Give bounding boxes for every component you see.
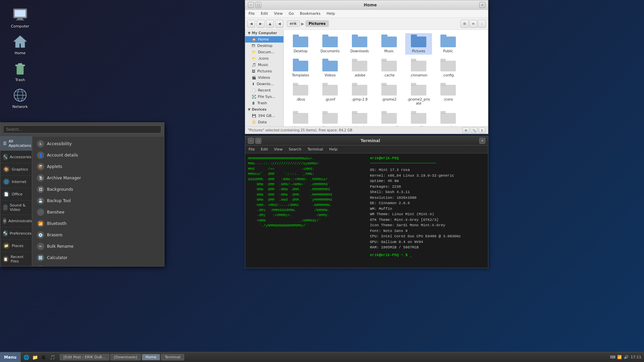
file-item[interactable]: .cache: [376, 57, 402, 79]
term-menu-terminal[interactable]: Terminal: [306, 146, 325, 152]
terminal-body[interactable]: MMMMMMMMMMMMMMMMMMMMMMMMMmds+. MMm----::…: [245, 154, 488, 268]
fm-menu-file[interactable]: File: [247, 11, 256, 16]
fm-view-list-button[interactable]: ≡: [469, 20, 477, 28]
taskbar-window-button[interactable]: [Edit Post ‹ ERIK DuB...: [60, 354, 109, 360]
menu-category-item[interactable]: ☰All Applications: [0, 136, 32, 151]
sidebar-item-home[interactable]: 🏠 Home: [245, 36, 283, 43]
sidebar-item-pictures[interactable]: 🖼 Pictures: [245, 68, 283, 74]
file-item[interactable]: Videos: [317, 57, 343, 79]
menu-app-item[interactable]: 🖼Backgrounds: [34, 184, 162, 195]
menu-app-item[interactable]: ♿Accessibility: [34, 138, 162, 149]
menu-category-item[interactable]: 🎨Graphics: [0, 163, 32, 176]
term-menu-file[interactable]: File: [247, 146, 256, 152]
menu-category-item[interactable]: 🔧Accessories: [0, 151, 32, 163]
file-item[interactable]: .lastpass: [287, 110, 314, 126]
tray-volume-icon[interactable]: 🔊: [624, 355, 629, 359]
fm-menu-go[interactable]: Go: [287, 11, 295, 16]
menu-app-item[interactable]: 💿Brasero: [34, 230, 162, 240]
taskbar-start-button[interactable]: Menu: [0, 352, 21, 362]
sidebar-item-downloads[interactable]: ⬇ Downlo...: [245, 81, 283, 87]
fm-minimize-button[interactable]: ─: [248, 2, 254, 8]
fm-location-erik[interactable]: erik: [287, 20, 300, 27]
fm-view-grid-button[interactable]: ⊞: [461, 20, 469, 28]
file-item[interactable]: .gnome2: [376, 81, 402, 107]
taskbar-window-button[interactable]: [Downloads]: [110, 354, 141, 360]
menu-category-item[interactable]: 🔩Preferences: [0, 227, 32, 240]
file-item[interactable]: Templates: [287, 57, 314, 79]
fm-back-button[interactable]: ◀: [247, 20, 255, 28]
file-item[interactable]: .cinnamon: [405, 57, 432, 79]
taskbar-quick-files[interactable]: 📁: [31, 353, 39, 361]
tray-network-icon[interactable]: 📶: [617, 355, 622, 359]
desktop-icon-home[interactable]: Home: [7, 34, 34, 55]
sidebar-item-icons[interactable]: 📁 .icons: [245, 55, 283, 62]
desktop-icon-trash[interactable]: Trash: [7, 60, 34, 82]
file-item[interactable]: .gimp-2.8: [346, 81, 373, 107]
desktop-icon-computer[interactable]: Computer: [7, 7, 34, 28]
menu-app-item[interactable]: 📶Bluetooth: [34, 218, 162, 229]
fm-zoom-button[interactable]: 🔍: [471, 127, 477, 133]
sidebar-item-filesystem[interactable]: 💽 File Sys...: [245, 94, 283, 100]
file-item[interactable]: .local: [346, 110, 373, 126]
file-item[interactable]: .icons: [435, 81, 462, 107]
fm-close-button[interactable]: ✕: [479, 2, 485, 8]
menu-app-item[interactable]: 💾Backup Tool: [34, 195, 162, 206]
sidebar-item-trash[interactable]: 🗑 Trash: [245, 100, 283, 106]
file-item[interactable]: Public: [435, 33, 462, 55]
menu-app-item[interactable]: 🗜Archive Manager: [34, 173, 162, 183]
menu-app-item[interactable]: 🔢Calculator: [34, 252, 162, 263]
term-menu-edit[interactable]: Edit: [259, 146, 269, 152]
file-item[interactable]: Music: [376, 33, 402, 55]
taskbar-quick-terminal[interactable]: 🖥: [40, 353, 48, 361]
fm-expand-button[interactable]: ◀: [275, 20, 283, 28]
sidebar-item-desktop[interactable]: 🗔 Desktop: [245, 43, 283, 49]
menu-category-item[interactable]: 🎵Sound & Video: [0, 200, 32, 215]
fm-forward-button[interactable]: ▶: [257, 20, 265, 28]
menu-search-input[interactable]: [3, 125, 161, 133]
sidebar-item-videos[interactable]: 🎬 Videos: [245, 74, 283, 81]
term-minimize-button[interactable]: ─: [248, 138, 254, 144]
menu-app-item[interactable]: 👤Account details: [34, 150, 162, 161]
fm-menu-help[interactable]: Help: [325, 11, 336, 16]
menu-app-item[interactable]: 📦Applets: [34, 161, 162, 172]
file-item[interactable]: .linuxmint: [317, 110, 343, 126]
menu-app-item[interactable]: 🎵Banshee: [34, 207, 162, 218]
sidebar-item-music[interactable]: 🎵 Music: [245, 62, 283, 68]
menu-category-item[interactable]: 📁Places: [0, 240, 32, 252]
menu-app-item[interactable]: ✏Bulk Rename: [34, 241, 162, 252]
file-item[interactable]: .openshot: [435, 110, 462, 126]
sidebar-item-data[interactable]: 📀 Data: [245, 119, 283, 125]
term-menu-help[interactable]: Help: [328, 146, 339, 152]
term-menu-search[interactable]: Search: [287, 146, 303, 152]
menu-app-item[interactable]: 🔤Character Map: [34, 264, 162, 266]
file-item[interactable]: Documents: [317, 33, 343, 55]
fm-props-button[interactable]: ℹ: [479, 127, 485, 133]
fm-view-toggle-button[interactable]: ⊞: [463, 127, 469, 133]
file-item[interactable]: .adobe: [346, 57, 373, 79]
file-item[interactable]: .gnome2_private: [405, 81, 432, 107]
menu-category-item[interactable]: 🌐Internet: [0, 176, 32, 188]
fm-maximize-button[interactable]: □: [255, 2, 261, 8]
desktop-icon-network[interactable]: Network: [7, 87, 34, 109]
taskbar-window-button[interactable]: Terminal: [161, 354, 184, 360]
term-maximize-button[interactable]: □: [255, 138, 261, 144]
file-item[interactable]: .dbus: [287, 81, 314, 107]
term-menu-view[interactable]: View: [273, 146, 284, 152]
file-item[interactable]: .mozilla: [405, 110, 432, 126]
file-item[interactable]: Pictures: [405, 33, 432, 55]
file-item[interactable]: .macromedia: [376, 110, 402, 126]
fm-up-button[interactable]: ▲: [266, 20, 274, 28]
file-item[interactable]: Downloads: [346, 33, 373, 55]
taskbar-quick-browser[interactable]: 🌐: [22, 353, 30, 361]
file-item[interactable]: .gconf: [317, 81, 343, 107]
file-item[interactable]: Desktop: [287, 33, 314, 55]
taskbar-window-button[interactable]: Home: [142, 354, 160, 360]
menu-category-item[interactable]: 📋Recent Files: [0, 252, 32, 266]
file-item[interactable]: .config: [435, 57, 462, 79]
taskbar-quick-media[interactable]: 🎵: [48, 353, 56, 361]
sidebar-item-394gb[interactable]: 💾 394 GB...: [245, 113, 283, 119]
menu-category-item[interactable]: 📄Office: [0, 188, 32, 200]
sidebar-devices-collapse[interactable]: ▼: [248, 108, 251, 111]
sidebar-item-recent[interactable]: 🕒 Recent: [245, 87, 283, 94]
fm-menu-bookmarks[interactable]: Bookmarks: [299, 11, 322, 16]
